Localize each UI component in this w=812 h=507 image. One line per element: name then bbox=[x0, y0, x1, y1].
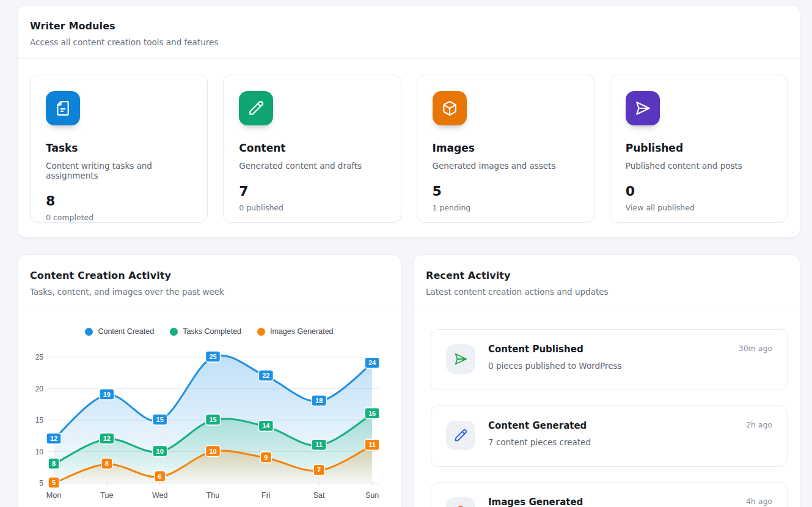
svg-text:9: 9 bbox=[264, 454, 268, 461]
svg-text:10: 10 bbox=[209, 448, 216, 455]
activity-item-body: Content Generated 7 content pieces creat… bbox=[488, 418, 591, 447]
svg-text:18: 18 bbox=[315, 397, 323, 404]
data-point-label: 12 bbox=[46, 433, 61, 444]
data-point-label: 24 bbox=[365, 357, 379, 368]
svg-text:8: 8 bbox=[105, 460, 109, 467]
content-creation-activity-panel: Content Creation Activity Tasks, content… bbox=[17, 254, 401, 507]
legend-item[interactable]: Content Created bbox=[85, 327, 154, 336]
svg-text:Thu: Thu bbox=[207, 491, 220, 500]
send-icon bbox=[446, 344, 475, 374]
svg-text:5: 5 bbox=[52, 479, 56, 486]
svg-text:14: 14 bbox=[262, 422, 270, 429]
data-point-label: 16 bbox=[365, 408, 379, 419]
recent-activity-panel: Recent Activity Latest content creation … bbox=[413, 254, 800, 507]
svg-text:Sun: Sun bbox=[365, 491, 379, 500]
module-card-description: Published content and posts bbox=[626, 161, 772, 171]
svg-text:15: 15 bbox=[209, 416, 216, 423]
module-card-content[interactable]: Content Generated content and drafts 7 0… bbox=[223, 75, 401, 223]
cube-icon bbox=[446, 497, 475, 507]
header-divider bbox=[18, 308, 401, 308]
writer-modules-subtitle: Access all content creation tools and fe… bbox=[30, 37, 788, 47]
dashboard-page: { "writer_modules": { "title": "Writer M… bbox=[0, 0, 812, 507]
module-card-title: Images bbox=[433, 142, 579, 154]
svg-text:15: 15 bbox=[156, 416, 164, 423]
activity-item-body: Content Published 0 pieces published to … bbox=[488, 342, 622, 371]
data-point-label: 9 bbox=[260, 452, 271, 463]
legend-item[interactable]: Images Generated bbox=[257, 327, 334, 336]
svg-text:Sat: Sat bbox=[313, 491, 325, 500]
svg-text:11: 11 bbox=[315, 441, 323, 448]
svg-text:10: 10 bbox=[156, 448, 164, 455]
legend-dot-icon bbox=[257, 328, 265, 336]
module-card-published[interactable]: Published Published content and posts 0 … bbox=[610, 75, 788, 223]
module-card-footer: 1 pending bbox=[433, 203, 579, 212]
svg-text:16: 16 bbox=[368, 410, 376, 417]
recent-activity-subtitle: Latest content creation actions and upda… bbox=[426, 287, 788, 297]
activity-item-content-published: Content Published 0 pieces published to … bbox=[431, 329, 788, 390]
svg-text:7: 7 bbox=[317, 466, 321, 473]
svg-text:Fri: Fri bbox=[262, 491, 271, 500]
data-point-label: 10 bbox=[153, 446, 167, 457]
svg-text:Wed: Wed bbox=[152, 491, 168, 500]
writer-modules-panel: Writer Modules Access all content creati… bbox=[17, 5, 800, 238]
svg-text:19: 19 bbox=[103, 391, 111, 398]
pencil-icon bbox=[446, 421, 475, 450]
chart-panel-header: Content Creation Activity Tasks, content… bbox=[18, 255, 401, 308]
module-card-footer: View all published bbox=[626, 203, 772, 212]
svg-text:11: 11 bbox=[368, 441, 376, 448]
svg-text:25: 25 bbox=[35, 353, 44, 361]
activity-item-timestamp: 30m ago bbox=[739, 344, 772, 353]
file-icon bbox=[46, 91, 80, 125]
data-point-label: 5 bbox=[48, 477, 59, 488]
module-card-count: 5 bbox=[433, 183, 579, 199]
data-point-label: 8 bbox=[48, 458, 59, 469]
activity-item-images-generated: Images Generated 5 images created 4h ago bbox=[431, 482, 788, 507]
activity-line-chart[interactable]: 510152025MonTueWedThuFriSatSun1219152522… bbox=[18, 344, 402, 507]
legend-dot-icon bbox=[170, 328, 178, 336]
legend-dot-icon bbox=[85, 328, 93, 336]
module-card-description: Generated content and drafts bbox=[239, 161, 385, 171]
activity-item-title: Content Published bbox=[488, 344, 622, 355]
data-point-label: 7 bbox=[313, 464, 324, 475]
data-point-label: 12 bbox=[100, 433, 114, 444]
activity-item-body: Images Generated 5 images created bbox=[488, 495, 583, 507]
chart-panel-subtitle: Tasks, content, and images over the past… bbox=[30, 287, 389, 297]
activity-list: Content Published 0 pieces published to … bbox=[414, 308, 800, 507]
data-point-label: 22 bbox=[258, 370, 273, 381]
writer-modules-title: Writer Modules bbox=[30, 20, 788, 32]
svg-text:6: 6 bbox=[158, 473, 162, 480]
module-card-title: Content bbox=[239, 142, 385, 154]
data-point-label: 25 bbox=[206, 351, 221, 362]
svg-text:Mon: Mon bbox=[46, 491, 61, 500]
data-point-label: 8 bbox=[101, 458, 112, 469]
module-card-count: 0 bbox=[626, 183, 772, 199]
module-card-footer: 0 published bbox=[239, 203, 385, 212]
svg-text:25: 25 bbox=[209, 353, 216, 360]
data-point-label: 11 bbox=[312, 439, 326, 450]
svg-text:24: 24 bbox=[368, 359, 376, 366]
activity-item-content-generated: Content Generated 7 content pieces creat… bbox=[431, 405, 788, 467]
recent-activity-title: Recent Activity bbox=[426, 270, 788, 281]
svg-text:12: 12 bbox=[103, 435, 111, 442]
svg-text:5: 5 bbox=[39, 479, 43, 487]
data-point-label: 6 bbox=[155, 471, 166, 482]
activity-item-description: 7 content pieces created bbox=[488, 437, 591, 447]
module-card-title: Tasks bbox=[46, 142, 192, 154]
data-point-label: 15 bbox=[206, 414, 221, 425]
module-card-tasks[interactable]: Tasks Content writing tasks and assignme… bbox=[30, 75, 208, 223]
legend-item[interactable]: Tasks Completed bbox=[170, 327, 241, 336]
module-card-images[interactable]: Images Generated images and assets 5 1 p… bbox=[417, 75, 594, 223]
data-point-label: 14 bbox=[258, 420, 273, 431]
activity-item-description: 0 pieces published to WordPress bbox=[488, 361, 622, 371]
activity-item-title: Images Generated bbox=[488, 497, 583, 507]
data-point-label: 19 bbox=[100, 389, 114, 400]
svg-text:Tue: Tue bbox=[100, 491, 113, 500]
module-card-count: 8 bbox=[46, 193, 192, 209]
activity-item-title: Content Generated bbox=[488, 420, 591, 431]
chart-legend: Content CreatedTasks CompletedImages Gen… bbox=[18, 327, 401, 336]
module-card-count: 7 bbox=[239, 183, 385, 199]
send-icon bbox=[626, 91, 660, 125]
module-card-footer: 0 completed bbox=[46, 213, 192, 222]
pencil-icon bbox=[239, 91, 273, 125]
data-point-label: 10 bbox=[206, 446, 221, 457]
